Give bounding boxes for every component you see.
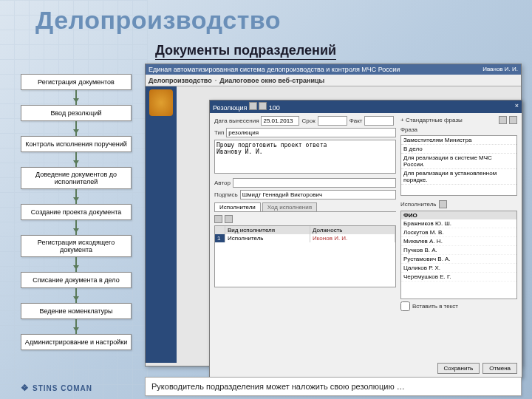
author-label: Автор <box>214 180 231 186</box>
tool-icon[interactable] <box>249 102 257 110</box>
list-item[interactable]: Пучков В. А. <box>401 246 516 255</box>
remove-icon[interactable] <box>225 215 233 223</box>
list-item[interactable]: Рустамович В. А. <box>401 255 516 264</box>
tool-icon[interactable] <box>259 102 267 110</box>
list-item[interactable]: Для реализации в установленном порядке. <box>401 169 516 185</box>
list-item[interactable]: Лоскутов М. В. <box>401 228 516 237</box>
step-item[interactable]: Списание документа в дело <box>21 272 132 288</box>
step-item[interactable]: Администрирование и настройки <box>21 334 132 350</box>
insert-checkbox[interactable] <box>400 301 410 311</box>
tab-progress[interactable]: Ход исполнения <box>262 202 317 211</box>
cancel-button[interactable]: Отмена <box>482 363 517 374</box>
names-list[interactable]: ФИО Бражников Ю. Ш. Лоскутов М. В. Михал… <box>400 211 517 299</box>
list-item[interactable]: Цаликов Р. Х. <box>401 264 516 273</box>
page-title: Делопроизводство <box>35 6 281 35</box>
fact-input[interactable] <box>364 116 394 126</box>
fact-label: Факт <box>349 117 363 124</box>
phrase-cat-label: Фраза <box>400 126 417 133</box>
list-item[interactable]: В дело <box>401 145 516 154</box>
list-item[interactable]: Черемушков Е. Г. <box>401 273 516 282</box>
resolution-text[interactable]: Прошу подготовить проект ответа Иванову … <box>214 140 396 174</box>
phrase-list[interactable]: Заместителям Министра В дело Для реализа… <box>400 135 517 196</box>
step-item[interactable]: Ввод резолюций <box>21 105 132 121</box>
table-row[interactable]: 1 Исполнитель Иконов И. И. <box>215 234 395 242</box>
page-label: Диалоговое окно веб-страницы <box>219 77 324 84</box>
step-item[interactable]: Контроль исполнения поручений <box>21 136 132 152</box>
list-item[interactable]: Бражников Ю. Ш. <box>401 219 516 228</box>
names-header: Исполнитель <box>400 201 437 208</box>
step-item[interactable]: Регистрация документов <box>21 74 132 90</box>
dialog-titlebar: Резолюция 100 × <box>210 100 522 113</box>
filter-icon[interactable] <box>439 200 447 208</box>
author-select[interactable] <box>233 178 396 188</box>
deadline-input[interactable] <box>318 116 347 126</box>
app-titlebar: Единая автоматизированная система делопр… <box>146 64 521 75</box>
close-icon[interactable]: × <box>515 102 519 112</box>
col-kind: Вид исполнителя <box>225 226 310 234</box>
app-toolbar: Делопроизводство · Диалоговое окно веб-с… <box>146 75 521 86</box>
system-title: Единая автоматизированная система делопр… <box>149 66 400 73</box>
logo-icon: ❖ <box>21 383 30 393</box>
deadline-label: Срок <box>301 117 315 124</box>
executors-table: Вид исполнителя Должность 1 Исполнитель … <box>214 225 396 287</box>
tab-executors[interactable]: Исполнители <box>214 202 261 211</box>
phrase-tool-icon[interactable] <box>499 116 507 124</box>
step-item[interactable]: Создание проекта документа <box>21 204 132 220</box>
brand-logo: ❖STINS COMAN <box>21 383 92 393</box>
sign-label: Подпись <box>214 191 238 198</box>
step-item[interactable]: Ведение номенклатуры <box>21 303 132 319</box>
type-label: Тип <box>214 129 224 136</box>
app-window: Единая автоматизированная система делопр… <box>145 64 522 366</box>
step-item[interactable]: Доведение документов до исполнителей <box>21 167 132 189</box>
dialog-tabs: Исполнители Ход исполнения <box>214 202 396 212</box>
fio-header: ФИО <box>401 211 516 219</box>
col-post: Должность <box>310 226 395 234</box>
type-select[interactable] <box>226 128 396 137</box>
sign-select[interactable] <box>240 190 396 200</box>
list-item[interactable]: Михалев А. Н. <box>401 237 516 246</box>
page-subtitle: Документы подразделений <box>155 43 336 60</box>
save-button[interactable]: Сохранить <box>437 363 480 374</box>
zoom-value: 100 <box>269 104 280 112</box>
list-item[interactable]: Заместителям Министра <box>401 136 516 145</box>
resolution-dialog: Резолюция 100 × Дата вынесения Срок <box>209 100 522 378</box>
workflow-steps: Регистрация документов Ввод резолюций Ко… <box>21 74 132 350</box>
phrase-tool-icon[interactable] <box>509 116 517 124</box>
list-item[interactable]: Для реализации в системе МЧС России. <box>401 154 516 169</box>
insert-label: Вставить в текст <box>412 303 458 310</box>
date-input[interactable] <box>261 116 299 126</box>
std-phrases-label: Стандартные фразы <box>406 117 463 123</box>
dialog-title: Резолюция <box>213 104 247 112</box>
app-sidebar <box>146 86 177 363</box>
date-label: Дата вынесения <box>214 117 259 124</box>
current-user: Иванов И. И. <box>482 66 518 73</box>
emblem-icon <box>149 89 173 116</box>
step-item[interactable]: Регистрация исходящего документа <box>21 235 132 257</box>
breadcrumb[interactable]: Делопроизводство <box>149 77 212 84</box>
caption-bar: Руководитель подразделения может наложит… <box>145 377 522 396</box>
add-icon[interactable] <box>214 215 222 223</box>
